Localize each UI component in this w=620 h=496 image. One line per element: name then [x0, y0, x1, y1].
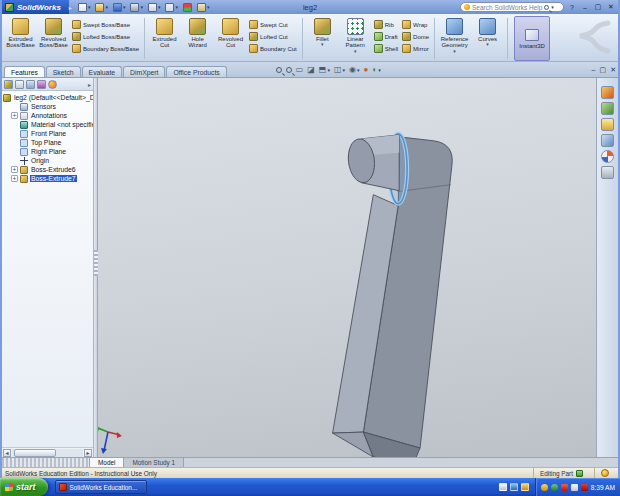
linear-pattern-button[interactable]: Linear Pattern ▾ — [339, 16, 372, 61]
quick-launch-icon[interactable] — [499, 483, 507, 491]
boundary-cut-button[interactable]: Boundary Cut — [247, 43, 299, 54]
dropdown-icon[interactable]: ▾ — [486, 42, 489, 46]
expand-icon[interactable]: + — [11, 112, 18, 119]
graphics-viewport[interactable] — [98, 78, 596, 457]
tab-office-products[interactable]: Office Products — [166, 66, 226, 77]
tray-network-icon[interactable] — [551, 484, 558, 491]
scroll-left-icon[interactable]: ◄ — [3, 449, 11, 457]
help-button[interactable]: ? — [567, 4, 577, 11]
tree-item-boss-extrude6[interactable]: + Boss-Extrude6 — [3, 165, 93, 174]
tray-update-icon[interactable] — [541, 484, 548, 491]
tray-antivirus-icon[interactable] — [561, 484, 568, 491]
doc-minimize-button[interactable]: – — [592, 66, 596, 74]
tree-item-sensors[interactable]: Sensors — [3, 102, 93, 111]
minimize-button[interactable]: – — [580, 4, 590, 11]
tray-app-icon[interactable] — [581, 484, 588, 491]
tree-item-annotations[interactable]: + Annotations — [3, 111, 93, 120]
start-button[interactable]: start — [0, 478, 48, 496]
wrap-button[interactable]: Wrap — [400, 19, 431, 30]
dropdown-icon[interactable]: ▾ — [321, 42, 324, 46]
options-button[interactable]: ▾ — [195, 2, 212, 13]
property-manager-tab-icon[interactable] — [15, 80, 24, 89]
solidworks-resources-icon[interactable] — [601, 86, 614, 99]
expand-icon[interactable]: + — [11, 166, 18, 173]
quick-launch-icon[interactable] — [521, 483, 529, 491]
mirror-button[interactable]: Mirror — [400, 43, 431, 54]
display-manager-tab-icon[interactable] — [48, 80, 57, 89]
dimxpert-manager-tab-icon[interactable] — [37, 80, 46, 89]
tree-item-front-plane[interactable]: Front Plane — [3, 129, 93, 138]
design-library-icon[interactable] — [601, 102, 614, 115]
previous-view-icon[interactable]: ▭ — [296, 66, 304, 74]
display-style-icon[interactable]: ◫▾ — [334, 66, 345, 74]
quick-launch-icon[interactable] — [510, 483, 518, 491]
shell-button[interactable]: Shell — [372, 43, 400, 54]
file-explorer-icon[interactable] — [601, 118, 614, 131]
edit-appearance-icon[interactable]: ● — [364, 66, 369, 74]
boundary-boss-base-button[interactable]: Boundary Boss/Base — [70, 43, 141, 54]
dome-button[interactable]: Dome — [400, 31, 431, 42]
tree-item-boss-extrude7[interactable]: + Boss-Extrude7 — [3, 174, 93, 183]
tab-sketch[interactable]: Sketch — [46, 66, 81, 77]
rib-button[interactable]: Rib — [372, 19, 400, 30]
print-button[interactable]: ▾ — [128, 2, 145, 13]
dropdown-icon[interactable]: ▾ — [354, 49, 357, 53]
taskbar-app-button[interactable]: SolidWorks Education... — [55, 480, 147, 494]
open-button[interactable]: ▾ — [93, 2, 110, 13]
tree-root-item[interactable]: leg2 (Default<<Default>_Display — [3, 93, 93, 102]
select-button[interactable]: ▾ — [163, 2, 180, 13]
feature-tree-tab-icon[interactable] — [4, 80, 13, 89]
new-button[interactable]: ▾ — [76, 2, 93, 13]
custom-properties-icon[interactable] — [601, 166, 614, 179]
tab-features[interactable]: Features — [4, 66, 45, 77]
close-button[interactable]: ✕ — [606, 3, 616, 11]
reference-geometry-button[interactable]: Reference Geometry ▾ — [438, 16, 471, 61]
quick-tips-icon[interactable] — [601, 469, 609, 477]
tree-horizontal-scrollbar[interactable]: ◄ ► — [2, 447, 93, 457]
apply-scene-icon[interactable]: ◐▾ — [372, 66, 380, 74]
save-button[interactable]: ▾ — [111, 2, 128, 13]
tab-dimxpert[interactable]: DimXpert — [123, 66, 165, 77]
hide-show-items-icon[interactable]: ◉▾ — [349, 66, 360, 74]
zoom-to-fit-icon[interactable] — [276, 67, 282, 73]
menu-expand-icon[interactable]: ▸ — [69, 4, 72, 11]
draft-button[interactable]: Draft — [372, 31, 400, 42]
revolved-cut-button[interactable]: Revolved Cut — [214, 16, 247, 61]
tree-item-origin[interactable]: Origin — [3, 156, 93, 165]
tab-model[interactable]: Model — [90, 458, 124, 467]
fillet-button[interactable]: Fillet ▾ — [306, 16, 339, 61]
hole-wizard-button[interactable]: Hole Wizard — [181, 16, 214, 61]
revolved-boss-base-button[interactable]: Revolved Boss/Base — [37, 16, 70, 61]
configuration-manager-tab-icon[interactable] — [26, 80, 35, 89]
view-palette-icon[interactable] — [601, 134, 614, 147]
doc-restore-button[interactable]: ▢ — [600, 66, 607, 74]
extruded-boss-base-button[interactable]: Extruded Boss/Base — [4, 16, 37, 61]
instant3d-button[interactable]: Instant3D — [514, 16, 550, 61]
search-input[interactable]: Search SolidWorks Help ▾ — [460, 2, 564, 12]
panel-overflow-icon[interactable]: ▸ — [88, 81, 91, 88]
doc-close-button[interactable]: ✕ — [610, 66, 616, 74]
lofted-boss-base-button[interactable]: Lofted Boss/Base — [70, 31, 141, 42]
swept-cut-button[interactable]: Swept Cut — [247, 19, 299, 30]
zoom-to-area-icon[interactable] — [286, 67, 292, 73]
tray-volume-icon[interactable] — [571, 484, 578, 491]
part-model-leg2[interactable] — [98, 78, 596, 457]
tab-evaluate[interactable]: Evaluate — [82, 66, 122, 77]
scrollbar-thumb[interactable] — [14, 449, 56, 457]
tree-item-material[interactable]: Material <not specified> — [3, 120, 93, 129]
curves-button[interactable]: Curves ▾ — [471, 16, 504, 61]
swept-boss-base-button[interactable]: Swept Boss/Base — [70, 19, 141, 30]
scroll-right-icon[interactable]: ► — [84, 449, 92, 457]
tree-item-right-plane[interactable]: Right Plane — [3, 147, 93, 156]
dropdown-icon[interactable]: ▾ — [453, 49, 456, 53]
rebuild-button[interactable] — [181, 2, 194, 13]
search-dropdown-icon[interactable]: ▾ — [551, 4, 554, 10]
section-view-icon[interactable]: ◪ — [307, 66, 315, 74]
extruded-cut-button[interactable]: Extruded Cut — [148, 16, 181, 61]
view-orientation-icon[interactable]: ⬒▾ — [319, 66, 330, 74]
restore-button[interactable]: ▢ — [593, 3, 603, 11]
lofted-cut-button[interactable]: Lofted Cut — [247, 31, 299, 42]
tab-motion-study[interactable]: Motion Study 1 — [124, 458, 184, 467]
tree-item-top-plane[interactable]: Top Plane — [3, 138, 93, 147]
appearances-scenes-icon[interactable] — [601, 150, 614, 163]
